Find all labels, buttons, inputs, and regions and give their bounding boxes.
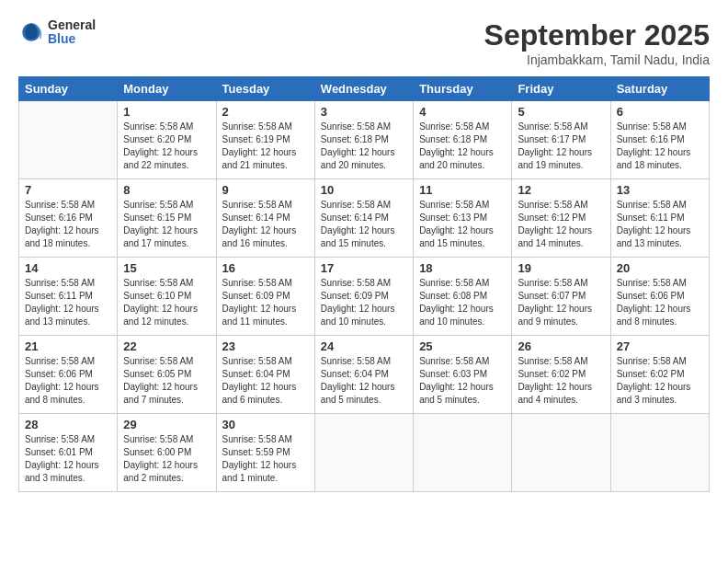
day-info: Sunrise: 5:58 AM Sunset: 6:02 PM Dayligh…	[518, 355, 604, 407]
day-info: Sunrise: 5:58 AM Sunset: 6:18 PM Dayligh…	[321, 121, 407, 172]
day-cell: 27Sunrise: 5:58 AM Sunset: 6:02 PM Dayli…	[610, 336, 709, 414]
day-cell: 23Sunrise: 5:58 AM Sunset: 6:04 PM Dayli…	[216, 336, 314, 414]
day-info: Sunrise: 5:58 AM Sunset: 6:10 PM Dayligh…	[123, 277, 210, 328]
day-info: Sunrise: 5:58 AM Sunset: 6:17 PM Dayligh…	[518, 121, 604, 172]
day-info: Sunrise: 5:58 AM Sunset: 6:08 PM Dayligh…	[419, 277, 506, 328]
day-number: 9	[222, 183, 309, 197]
day-number: 4	[419, 105, 506, 119]
day-number: 2	[222, 105, 309, 119]
day-cell: 1Sunrise: 5:58 AM Sunset: 6:20 PM Daylig…	[118, 101, 216, 179]
day-number: 12	[518, 183, 604, 197]
day-cell: 22Sunrise: 5:58 AM Sunset: 6:05 PM Dayli…	[118, 336, 216, 414]
day-number: 10	[321, 183, 407, 197]
day-info: Sunrise: 5:58 AM Sunset: 6:00 PM Dayligh…	[123, 433, 210, 485]
day-cell: 7Sunrise: 5:58 AM Sunset: 6:16 PM Daylig…	[19, 179, 118, 258]
day-cell: 12Sunrise: 5:58 AM Sunset: 6:12 PM Dayli…	[512, 179, 610, 258]
day-cell: 15Sunrise: 5:58 AM Sunset: 6:10 PM Dayli…	[118, 258, 216, 336]
day-info: Sunrise: 5:58 AM Sunset: 6:03 PM Dayligh…	[419, 355, 506, 407]
day-number: 28	[25, 418, 111, 431]
day-info: Sunrise: 5:58 AM Sunset: 6:16 PM Dayligh…	[25, 199, 111, 250]
header-saturday: Saturday	[610, 77, 709, 101]
day-cell: 6Sunrise: 5:58 AM Sunset: 6:16 PM Daylig…	[610, 101, 709, 179]
week-row-5: 28Sunrise: 5:58 AM Sunset: 6:01 PM Dayli…	[19, 414, 710, 492]
day-number: 5	[518, 105, 604, 119]
logo-icon	[18, 19, 44, 45]
day-cell	[610, 414, 709, 492]
day-cell: 8Sunrise: 5:58 AM Sunset: 6:15 PM Daylig…	[118, 179, 216, 258]
day-info: Sunrise: 5:58 AM Sunset: 6:19 PM Dayligh…	[222, 121, 309, 172]
day-number: 29	[123, 418, 210, 431]
day-number: 11	[419, 183, 506, 197]
day-number: 30	[222, 418, 309, 431]
day-number: 26	[518, 339, 604, 353]
day-cell: 18Sunrise: 5:58 AM Sunset: 6:08 PM Dayli…	[414, 258, 512, 336]
day-number: 21	[25, 339, 111, 353]
day-number: 25	[419, 339, 506, 353]
title-section: September 2025 Injambakkam, Tamil Nadu, …	[484, 18, 710, 67]
day-cell	[19, 101, 118, 179]
week-row-2: 7Sunrise: 5:58 AM Sunset: 6:16 PM Daylig…	[19, 179, 710, 258]
day-cell: 20Sunrise: 5:58 AM Sunset: 6:06 PM Dayli…	[610, 258, 709, 336]
day-info: Sunrise: 5:58 AM Sunset: 6:20 PM Dayligh…	[123, 121, 210, 172]
day-cell: 24Sunrise: 5:58 AM Sunset: 6:04 PM Dayli…	[314, 336, 413, 414]
day-cell: 11Sunrise: 5:58 AM Sunset: 6:13 PM Dayli…	[414, 179, 512, 258]
day-number: 7	[25, 183, 111, 197]
day-number: 15	[123, 261, 210, 275]
day-info: Sunrise: 5:58 AM Sunset: 6:02 PM Dayligh…	[617, 355, 703, 407]
day-info: Sunrise: 5:58 AM Sunset: 6:16 PM Dayligh…	[617, 121, 703, 172]
logo-blue-text: Blue	[48, 32, 96, 46]
day-number: 17	[321, 261, 407, 275]
day-cell	[512, 414, 610, 492]
week-row-4: 21Sunrise: 5:58 AM Sunset: 6:06 PM Dayli…	[19, 336, 710, 414]
day-info: Sunrise: 5:58 AM Sunset: 6:15 PM Dayligh…	[123, 199, 210, 250]
day-number: 18	[419, 261, 506, 275]
day-info: Sunrise: 5:58 AM Sunset: 6:12 PM Dayligh…	[518, 199, 604, 250]
logo: General Blue	[18, 18, 96, 47]
day-number: 8	[123, 183, 210, 197]
day-info: Sunrise: 5:58 AM Sunset: 6:06 PM Dayligh…	[25, 355, 111, 407]
day-number: 3	[321, 105, 407, 119]
week-row-3: 14Sunrise: 5:58 AM Sunset: 6:11 PM Dayli…	[19, 258, 710, 336]
day-cell: 3Sunrise: 5:58 AM Sunset: 6:18 PM Daylig…	[314, 101, 413, 179]
day-info: Sunrise: 5:58 AM Sunset: 6:13 PM Dayligh…	[419, 199, 506, 250]
day-cell: 17Sunrise: 5:58 AM Sunset: 6:09 PM Dayli…	[314, 258, 413, 336]
day-number: 16	[222, 261, 309, 275]
day-info: Sunrise: 5:58 AM Sunset: 6:18 PM Dayligh…	[419, 121, 506, 172]
day-info: Sunrise: 5:58 AM Sunset: 6:01 PM Dayligh…	[25, 433, 111, 485]
day-cell: 19Sunrise: 5:58 AM Sunset: 6:07 PM Dayli…	[512, 258, 610, 336]
header-sunday: Sunday	[19, 77, 118, 101]
logo-general-text: General	[48, 18, 96, 32]
day-info: Sunrise: 5:58 AM Sunset: 6:14 PM Dayligh…	[222, 199, 309, 250]
day-cell: 13Sunrise: 5:58 AM Sunset: 6:11 PM Dayli…	[610, 179, 709, 258]
day-info: Sunrise: 5:58 AM Sunset: 6:11 PM Dayligh…	[617, 199, 703, 250]
location-subtitle: Injambakkam, Tamil Nadu, India	[484, 52, 710, 67]
day-cell: 10Sunrise: 5:58 AM Sunset: 6:14 PM Dayli…	[314, 179, 413, 258]
day-number: 23	[222, 339, 309, 353]
day-number: 6	[617, 105, 703, 119]
day-cell: 14Sunrise: 5:58 AM Sunset: 6:11 PM Dayli…	[19, 258, 118, 336]
day-cell: 21Sunrise: 5:58 AM Sunset: 6:06 PM Dayli…	[19, 336, 118, 414]
day-info: Sunrise: 5:58 AM Sunset: 5:59 PM Dayligh…	[222, 433, 309, 485]
header-thursday: Thursday	[414, 77, 512, 101]
day-number: 14	[25, 261, 111, 275]
day-cell: 4Sunrise: 5:58 AM Sunset: 6:18 PM Daylig…	[414, 101, 512, 179]
calendar-header-row: SundayMondayTuesdayWednesdayThursdayFrid…	[19, 77, 710, 101]
header-wednesday: Wednesday	[314, 77, 413, 101]
day-number: 19	[518, 261, 604, 275]
day-info: Sunrise: 5:58 AM Sunset: 6:07 PM Dayligh…	[518, 277, 604, 328]
day-number: 27	[617, 339, 703, 353]
day-number: 24	[321, 339, 407, 353]
header-friday: Friday	[512, 77, 610, 101]
day-cell: 16Sunrise: 5:58 AM Sunset: 6:09 PM Dayli…	[216, 258, 314, 336]
day-number: 22	[123, 339, 210, 353]
day-cell	[414, 414, 512, 492]
day-cell: 2Sunrise: 5:58 AM Sunset: 6:19 PM Daylig…	[216, 101, 314, 179]
day-cell: 5Sunrise: 5:58 AM Sunset: 6:17 PM Daylig…	[512, 101, 610, 179]
day-info: Sunrise: 5:58 AM Sunset: 6:09 PM Dayligh…	[222, 277, 309, 328]
day-info: Sunrise: 5:58 AM Sunset: 6:09 PM Dayligh…	[321, 277, 407, 328]
logo-text: General Blue	[48, 18, 96, 47]
day-cell: 26Sunrise: 5:58 AM Sunset: 6:02 PM Dayli…	[512, 336, 610, 414]
day-cell: 28Sunrise: 5:58 AM Sunset: 6:01 PM Dayli…	[19, 414, 118, 492]
day-info: Sunrise: 5:58 AM Sunset: 6:05 PM Dayligh…	[123, 355, 210, 407]
day-number: 1	[123, 105, 210, 119]
